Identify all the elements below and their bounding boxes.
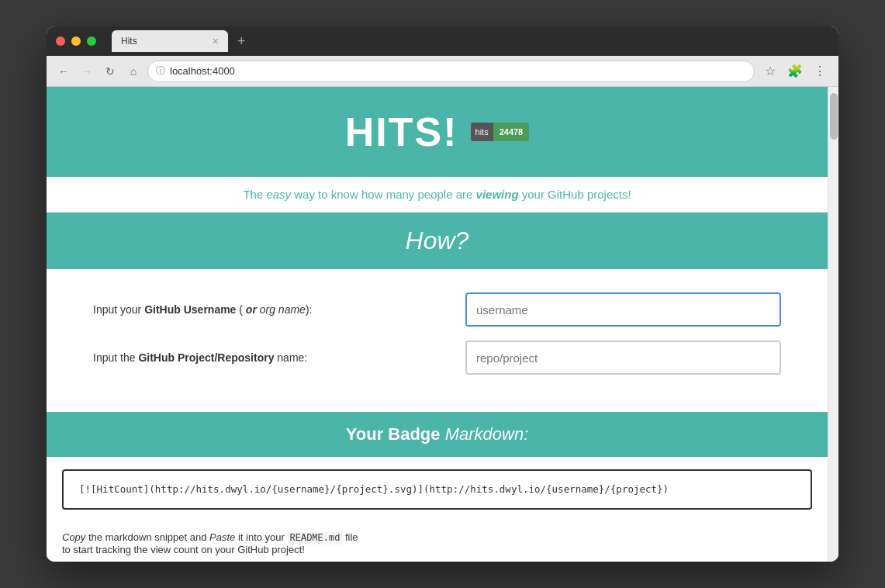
browser-content-wrapper: HITS! hits 24478 The easy way to know ho…	[47, 87, 838, 562]
close-button[interactable]	[56, 36, 65, 46]
address-bar[interactable]: ⓘ localhost:4000	[147, 61, 755, 82]
badge-heading-prefix: Your Badge	[346, 424, 445, 444]
markdown-box[interactable]: [![HitCount](http://hits.dwyl.io/{userna…	[62, 469, 812, 510]
copy-em: Copy	[62, 531, 85, 543]
org-name-label: org name	[257, 303, 306, 316]
or-label: or	[246, 303, 257, 316]
badge-section-header: Your Badge Markdown:	[47, 412, 828, 457]
badge-label: hits	[471, 123, 493, 141]
instructions-line2: to start tracking the view count on your…	[62, 544, 305, 555]
subtitle-text-before: The	[243, 188, 266, 201]
url-text: localhost:4000	[170, 65, 235, 77]
form-section: Input your GitHub Username ( or org name…	[47, 269, 828, 412]
tab-title: Hits	[121, 36, 137, 47]
subtitle-text-middle: way to know how many people are	[291, 188, 475, 201]
subtitle-viewing: viewing	[476, 188, 519, 201]
back-button[interactable]: ←	[54, 62, 73, 81]
hits-badge: hits 24478	[471, 123, 530, 141]
bookmark-button[interactable]: ☆	[759, 61, 781, 82]
username-label: Input your GitHub Username ( or org name…	[93, 303, 450, 316]
badge-count: 24478	[493, 123, 530, 141]
scrollbar-thumb[interactable]	[830, 93, 838, 140]
browser-titlebar: Hits × +	[47, 26, 838, 56]
browser-window: Hits × + ← → ↻ ⌂ ⓘ localhost:4000 ☆ 🧩 ⋮ …	[47, 26, 838, 562]
home-button[interactable]: ⌂	[124, 62, 143, 81]
hits-title: HITS!	[345, 109, 458, 155]
menu-button[interactable]: ⋮	[809, 61, 831, 82]
badge-heading-em: Markdown:	[445, 424, 529, 444]
browser-toolbar: ← → ↻ ⌂ ⓘ localhost:4000 ☆ 🧩 ⋮	[47, 56, 838, 87]
forward-button[interactable]: →	[78, 62, 96, 81]
subtitle-text-after: your GitHub projects!	[519, 188, 631, 201]
minimize-button[interactable]	[71, 36, 81, 46]
toolbar-actions: ☆ 🧩 ⋮	[759, 61, 831, 82]
reload-button[interactable]: ↻	[101, 62, 119, 81]
how-heading: How?	[47, 227, 828, 255]
page-header: HITS! hits 24478	[47, 87, 828, 177]
tab-bar: Hits × +	[112, 30, 829, 52]
markdown-code: [![HitCount](http://hits.dwyl.io/{userna…	[79, 483, 669, 495]
repo-input[interactable]	[465, 341, 781, 375]
info-icon: ⓘ	[156, 64, 165, 78]
active-tab[interactable]: Hits ×	[112, 30, 228, 52]
paste-em: Paste	[209, 531, 235, 543]
browser-content: HITS! hits 24478 The easy way to know ho…	[47, 87, 828, 562]
subtitle-easy: easy	[266, 188, 291, 201]
repo-label: Input the GitHub Project/Repository name…	[93, 351, 450, 364]
how-section-header: How?	[47, 213, 828, 269]
page-subtitle: The easy way to know how many people are…	[47, 177, 828, 213]
repo-row: Input the GitHub Project/Repository name…	[93, 341, 781, 375]
copy-instructions: Copy the markdown snippet and Paste it i…	[47, 522, 828, 562]
username-row: Input your GitHub Username ( or org name…	[93, 292, 781, 327]
repo-label-bold: GitHub Project/Repository	[138, 351, 274, 364]
tab-close-icon[interactable]: ×	[213, 35, 219, 47]
scrollbar[interactable]	[828, 87, 838, 562]
new-tab-button[interactable]: +	[231, 33, 252, 50]
maximize-button[interactable]	[87, 36, 96, 46]
extensions-button[interactable]: 🧩	[784, 61, 806, 82]
markdown-section: [![HitCount](http://hits.dwyl.io/{userna…	[47, 457, 828, 522]
badge-heading: Your Badge Markdown:	[47, 424, 828, 444]
username-label-bold: GitHub Username	[144, 303, 236, 316]
username-input[interactable]	[465, 292, 781, 327]
readme-code: README.md	[288, 532, 343, 545]
